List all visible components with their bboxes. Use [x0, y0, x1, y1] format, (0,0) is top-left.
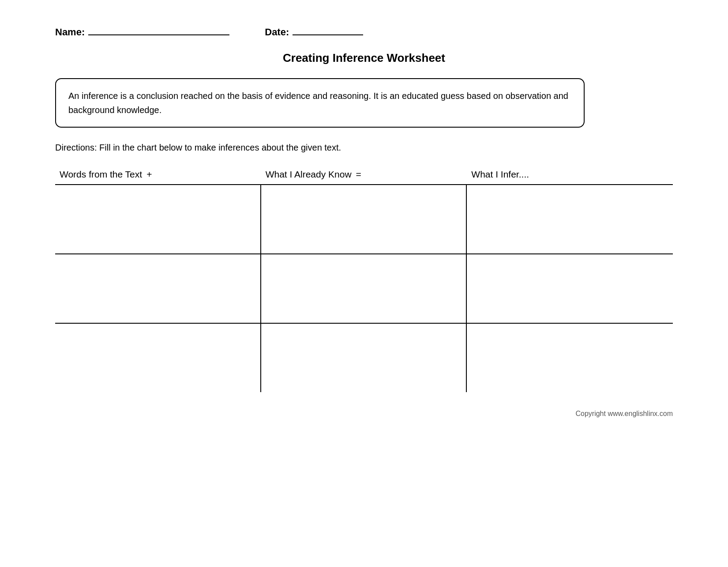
- chart-header: Words from the Text + What I Already Kno…: [55, 167, 673, 184]
- date-label: Date:: [265, 26, 289, 38]
- copyright-text: Copyright www.englishlinx.com: [575, 410, 673, 417]
- col1-label: Words from the Text: [60, 169, 142, 180]
- chart-row1-col1[interactable]: [55, 185, 261, 253]
- chart-row2-col2[interactable]: [261, 254, 467, 323]
- inference-chart: Words from the Text + What I Already Kno…: [55, 167, 673, 392]
- name-label: Name:: [55, 26, 85, 38]
- chart-row-1: [55, 185, 673, 253]
- chart-row3-col3[interactable]: [467, 324, 673, 392]
- col1-operator: +: [146, 169, 152, 180]
- chart-row2-col3[interactable]: [467, 254, 673, 323]
- name-field: Name:: [55, 26, 229, 38]
- col2-label: What I Already Know: [266, 169, 352, 180]
- col2-operator: =: [356, 169, 361, 180]
- footer: Copyright www.englishlinx.com: [55, 410, 673, 418]
- name-date-row: Name: Date:: [55, 26, 673, 38]
- col2-header: What I Already Know =: [261, 167, 467, 181]
- chart-row3-col1[interactable]: [55, 324, 261, 392]
- definition-box: An inference is a conclusion reached on …: [55, 78, 585, 128]
- worksheet-page: Name: Date: Creating Inference Worksheet…: [55, 26, 673, 418]
- chart-row-2: [55, 254, 673, 323]
- chart-row1-col3[interactable]: [467, 185, 673, 253]
- col1-header: Words from the Text +: [55, 167, 261, 181]
- chart-row2-col1[interactable]: [55, 254, 261, 323]
- date-input-line[interactable]: [293, 26, 363, 35]
- directions-text: Directions: Fill in the chart below to m…: [55, 141, 673, 154]
- name-input-line[interactable]: [88, 26, 229, 35]
- chart-row-3: [55, 324, 673, 392]
- col3-label: What I Infer....: [471, 169, 529, 180]
- col3-header: What I Infer....: [467, 167, 673, 181]
- chart-row3-col2[interactable]: [261, 324, 467, 392]
- date-field: Date:: [265, 26, 363, 38]
- definition-text: An inference is a conclusion reached on …: [68, 91, 568, 115]
- worksheet-title: Creating Inference Worksheet: [55, 51, 673, 65]
- chart-row1-col2[interactable]: [261, 185, 467, 253]
